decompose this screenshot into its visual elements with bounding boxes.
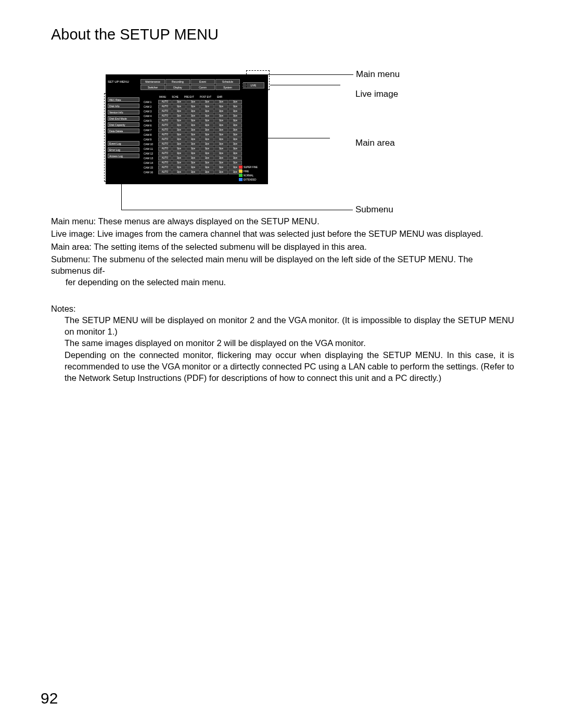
- callout-live-image: [246, 70, 270, 90]
- callout-main-area: [141, 93, 267, 182]
- annotation-main-menu: Main menu: [356, 69, 400, 80]
- notes-block: Notes: The SETUP MENU will be displayed …: [51, 303, 514, 384]
- callout-main-menu: [139, 77, 243, 91]
- note-item: Depending on the connected monitor, flic…: [51, 349, 514, 384]
- desc-main-area: Main area: The setting items of the sele…: [51, 241, 514, 252]
- description-block: Main menu: These menus are always displa…: [51, 215, 514, 384]
- setup-menu-label: SET UP MENU: [108, 80, 129, 83]
- desc-live-image: Live image: Live images from the camera …: [51, 228, 514, 239]
- setup-menu-diagram: SET UP MENU MaintenanceRecordingEventSch…: [106, 74, 381, 184]
- page-number: 92: [41, 689, 58, 707]
- notes-label: Notes:: [51, 303, 514, 314]
- page-title: About the SETUP MENU: [51, 26, 520, 43]
- annotation-main-area: Main area: [355, 138, 395, 148]
- desc-main-menu: Main menu: These menus are always displa…: [51, 215, 514, 227]
- annotation-live-image: Live image: [355, 89, 398, 99]
- desc-submenu: Submenu: The submenu of the selected mai…: [51, 253, 514, 288]
- annotation-submenu: Submenu: [355, 205, 393, 215]
- note-item: The SETUP MENU will be displayed on moni…: [51, 314, 514, 338]
- callout-submenu: [104, 93, 140, 182]
- note-item: The same images displayed on monitor 2 w…: [51, 337, 514, 349]
